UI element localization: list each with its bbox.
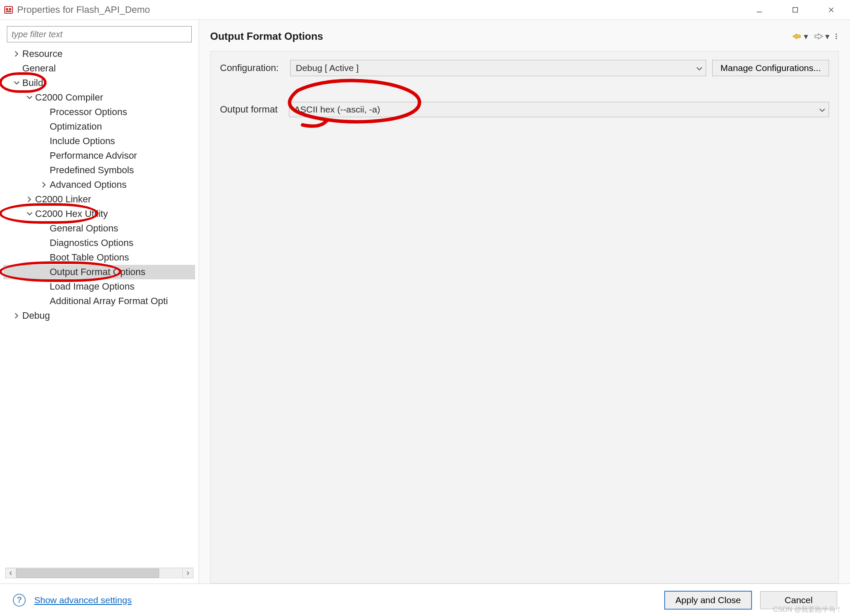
scroll-left-button[interactable] (5, 568, 16, 578)
chevron-right-icon[interactable] (39, 180, 49, 190)
left-panel: ResourceGeneralBuildC2000 CompilerProces… (0, 20, 199, 583)
bottom-bar: ? Show advanced settings Apply and Close… (0, 583, 850, 616)
svg-point-8 (835, 33, 837, 35)
tree-item-label: Processor Options (50, 107, 127, 118)
tree-item-c2000-hex-utility[interactable]: C2000 Hex Utility (3, 207, 195, 221)
tree-item-label: Load Image Options (50, 281, 134, 292)
svg-point-9 (835, 36, 837, 37)
view-menu-button[interactable] (834, 33, 839, 40)
tree-item-label: Build (22, 77, 43, 89)
configuration-label: Configuration: (220, 62, 284, 74)
chevron-down-icon[interactable] (25, 209, 34, 219)
scrollbar-track[interactable] (16, 568, 182, 578)
help-icon[interactable]: ? (13, 594, 26, 607)
tree-item-debug[interactable]: Debug (3, 308, 195, 323)
tree-item-additional-array[interactable]: Additional Array Format Opti (3, 294, 195, 308)
minimize-button[interactable] (754, 5, 764, 15)
tree-item-label: Include Options (50, 136, 115, 147)
tree-item-build[interactable]: Build (3, 76, 195, 90)
svg-rect-0 (5, 6, 12, 13)
right-panel-header: Output Format Options ▾ ▾ (199, 20, 850, 51)
tree-item-label: General (22, 63, 56, 74)
main-split: ResourceGeneralBuildC2000 CompilerProces… (0, 20, 850, 583)
tree-item-label: Diagnostics Options (50, 237, 134, 249)
output-format-row: Output format ASCII hex (--ascii, -a) (220, 102, 829, 117)
tree-item-diagnostics-options[interactable]: Diagnostics Options (3, 236, 195, 250)
configuration-value: Debug [ Active ] (296, 63, 359, 73)
svg-rect-5 (793, 7, 798, 12)
tree-item-optimization[interactable]: Optimization (3, 119, 195, 134)
tree-item-include-options[interactable]: Include Options (3, 134, 195, 148)
tree-item-output-format-opts[interactable]: Output Format Options (3, 265, 195, 279)
right-panel-body: Configuration: Debug [ Active ] Manage C… (210, 51, 839, 583)
tree-item-predefined-symbols[interactable]: Predefined Symbols (3, 163, 195, 178)
output-format-value: ASCII hex (--ascii, -a) (294, 104, 380, 115)
tree-item-processor-options[interactable]: Processor Options (3, 105, 195, 119)
properties-tree: ResourceGeneralBuildC2000 CompilerProces… (0, 47, 199, 567)
title-bar: Properties for Flash_API_Demo (0, 0, 850, 20)
page-title: Output Format Options (210, 30, 791, 42)
forward-button[interactable]: ▾ (812, 31, 829, 41)
manage-configurations-button[interactable]: Manage Configurations... (712, 60, 829, 76)
tree-item-general-options[interactable]: General Options (3, 221, 195, 236)
filter-input[interactable] (7, 26, 192, 42)
apply-and-close-button[interactable]: Apply and Close (665, 591, 752, 609)
configuration-row: Configuration: Debug [ Active ] Manage C… (220, 60, 829, 76)
tree-item-c2000-linker[interactable]: C2000 Linker (3, 192, 195, 207)
tree-item-label: Output Format Options (50, 267, 146, 278)
tree-item-resource[interactable]: Resource (3, 47, 195, 61)
right-panel: Output Format Options ▾ ▾ (199, 20, 850, 583)
tree-item-label: Resource (22, 48, 62, 59)
tree-item-label: C2000 Hex Utility (35, 208, 108, 219)
chevron-down-icon (819, 104, 825, 115)
chevron-down-icon (696, 63, 702, 73)
tree-item-general[interactable]: General (3, 61, 195, 76)
show-advanced-settings-link[interactable]: Show advanced settings (34, 595, 132, 605)
tree-item-label: Optimization (50, 121, 102, 132)
tree-item-label: Additional Array Format Opti (50, 296, 168, 307)
chevron-down-icon[interactable] (12, 78, 21, 88)
chevron-right-icon[interactable] (12, 311, 21, 320)
svg-rect-3 (6, 11, 11, 12)
window-controls (754, 5, 848, 15)
svg-rect-2 (9, 8, 11, 10)
tree-item-boot-table-options[interactable]: Boot Table Options (3, 250, 195, 265)
scroll-right-button[interactable] (182, 568, 193, 578)
tree-item-label: C2000 Linker (35, 194, 91, 205)
watermark: CSDN @我要跑半马！ (773, 605, 842, 614)
tree-item-label: General Options (50, 223, 118, 234)
chevron-right-icon[interactable] (25, 195, 34, 204)
svg-point-10 (835, 38, 837, 39)
tree-item-advanced-options[interactable]: Advanced Options (3, 178, 195, 192)
chevron-down-icon[interactable] (25, 93, 34, 102)
tree-item-load-image-options[interactable]: Load Image Options (3, 279, 195, 294)
tree-item-label: C2000 Compiler (35, 92, 103, 103)
tree-item-label: Performance Advisor (50, 150, 137, 161)
scrollbar-thumb[interactable] (16, 569, 159, 578)
output-format-label: Output format (220, 104, 278, 115)
tree-item-c2000-compiler[interactable]: C2000 Compiler (3, 90, 195, 105)
output-format-combo[interactable]: ASCII hex (--ascii, -a) (289, 102, 829, 117)
tree-item-label: Boot Table Options (50, 252, 129, 263)
tree-item-performance-advisor[interactable]: Performance Advisor (3, 148, 195, 163)
maximize-button[interactable] (790, 5, 800, 15)
chevron-right-icon[interactable] (12, 49, 21, 59)
tree-item-label: Advanced Options (50, 179, 127, 190)
back-button[interactable]: ▾ (791, 31, 808, 41)
tree-item-label: Debug (22, 310, 50, 321)
svg-rect-1 (6, 8, 8, 10)
window-title: Properties for Flash_API_Demo (17, 4, 754, 15)
configuration-combo[interactable]: Debug [ Active ] (290, 60, 706, 76)
close-button[interactable] (826, 5, 836, 15)
app-icon (3, 5, 14, 15)
tree-horizontal-scrollbar[interactable] (5, 567, 193, 578)
tree-item-label: Predefined Symbols (50, 165, 134, 176)
